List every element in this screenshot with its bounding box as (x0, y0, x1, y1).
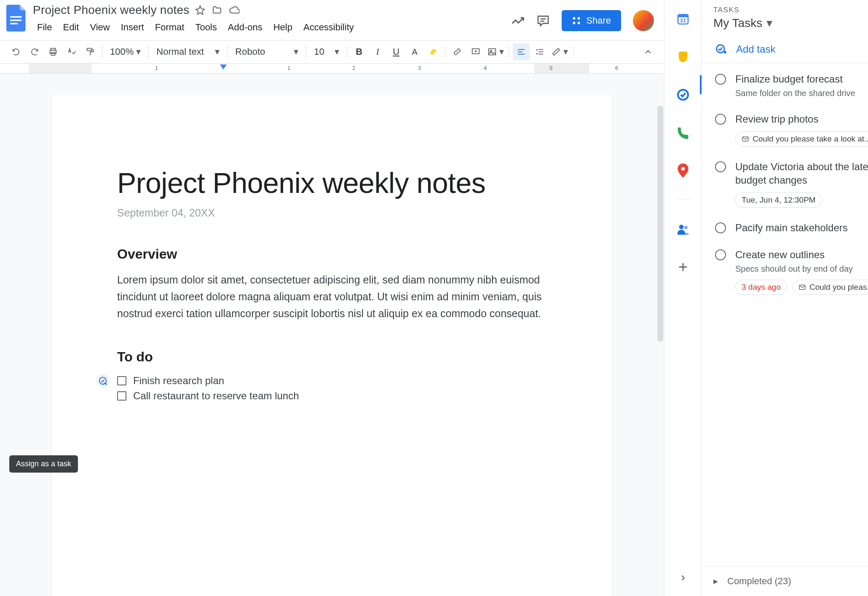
menu-help[interactable]: Help (269, 19, 297, 35)
voice-icon[interactable] (674, 124, 692, 142)
document-title[interactable]: Project Phoenix weekly notes (33, 3, 189, 17)
task-item[interactable]: Pacify main stakeholders (713, 215, 868, 242)
task-detail: Same folder on the shared drive (735, 88, 868, 99)
undo-icon[interactable] (8, 43, 24, 60)
calendar-icon[interactable]: 31 (674, 10, 692, 28)
menu-addons[interactable]: Add-ons (224, 19, 267, 35)
insert-comment-icon[interactable] (467, 43, 484, 60)
cloud-saved-icon[interactable] (229, 5, 240, 15)
tasks-icon[interactable] (674, 86, 692, 104)
line-spacing-icon[interactable] (531, 43, 548, 60)
align-left-icon[interactable] (513, 43, 530, 60)
completed-section-toggle[interactable]: ▸ Completed (23) (702, 566, 868, 596)
menu-format[interactable]: Format (151, 19, 189, 35)
date-chip[interactable]: Tue, Jun 4, 12:30PM (735, 192, 822, 208)
redo-icon[interactable] (26, 43, 43, 60)
maps-icon[interactable] (674, 162, 692, 179)
paint-format-icon[interactable] (82, 43, 99, 60)
horizontal-ruler[interactable]: 1 1 2 3 4 5 6 (0, 64, 664, 74)
todo-text: Call restaurant to reserve team lunch (133, 390, 299, 402)
keep-icon[interactable] (674, 48, 692, 66)
chevron-right-icon: ▸ (713, 576, 718, 587)
editor-area: 1 1 2 3 4 5 6 Project Phoenix weekly not… (0, 64, 664, 596)
collapse-toolbar-icon[interactable] (640, 43, 656, 60)
expand-rail-icon[interactable] (678, 573, 688, 583)
svg-text:31: 31 (680, 17, 686, 24)
docs-logo-icon[interactable] (4, 3, 29, 33)
indent-marker[interactable] (220, 64, 227, 69)
todo-item[interactable]: Finish research plan (117, 373, 547, 388)
highlight-icon[interactable] (425, 43, 442, 60)
menu-edit[interactable]: Edit (59, 19, 83, 35)
task-title: Create new outlines (735, 248, 868, 262)
task-item[interactable]: Finalize budget forecast Same folder on … (713, 67, 868, 107)
doc-overview-heading[interactable]: Overview (117, 246, 547, 262)
complete-task-circle[interactable] (715, 114, 726, 125)
star-icon[interactable] (195, 5, 205, 15)
complete-task-circle[interactable] (715, 74, 726, 85)
checkbox-icon[interactable] (117, 391, 126, 401)
svg-rect-7 (578, 17, 580, 20)
paragraph-style-dropdown[interactable]: Normal text▾ (152, 43, 224, 60)
task-item[interactable]: Review trip photos Could you please take… (713, 107, 868, 154)
docs-main: Project Phoenix weekly notes File Edit V… (0, 0, 664, 596)
todo-item[interactable]: Call restaurant to reserve team lunch (117, 388, 547, 404)
svg-line-25 (105, 383, 107, 385)
tasks-list-dropdown[interactable]: My Tasks ▾ (713, 16, 868, 30)
editing-mode-dropdown[interactable]: ▾ (550, 43, 570, 60)
add-task-button[interactable]: Add task (715, 43, 775, 55)
insert-image-dropdown[interactable]: ▾ (486, 43, 506, 60)
checkbox-icon[interactable] (117, 376, 126, 385)
doc-todo-heading[interactable]: To do (117, 349, 547, 365)
activity-dashboard-icon[interactable] (511, 14, 525, 27)
print-icon[interactable] (45, 43, 62, 60)
menu-file[interactable]: File (33, 19, 56, 35)
document-page[interactable]: Project Phoenix weekly notes September 0… (52, 95, 612, 596)
complete-task-circle[interactable] (715, 161, 726, 172)
share-button[interactable]: Share (562, 10, 621, 31)
vertical-scrollbar[interactable] (657, 106, 663, 342)
menu-insert[interactable]: Insert (117, 19, 148, 35)
svg-rect-8 (578, 22, 580, 24)
zoom-dropdown[interactable]: 100%▾ (106, 43, 145, 60)
contacts-icon[interactable] (674, 220, 692, 238)
menu-view[interactable]: View (86, 19, 114, 35)
task-title: Finalize budget forecast (735, 72, 868, 86)
account-avatar[interactable] (633, 10, 654, 31)
svg-rect-1 (10, 19, 21, 21)
overdue-chip[interactable]: 3 days ago (735, 280, 787, 295)
insert-link-icon[interactable] (449, 43, 466, 60)
add-addon-icon[interactable] (674, 258, 692, 276)
font-size-dropdown[interactable]: 10▾ (310, 43, 343, 60)
svg-rect-2 (10, 23, 18, 24)
font-dropdown[interactable]: Roboto▾ (231, 43, 303, 60)
assign-task-icon[interactable] (96, 374, 110, 388)
spellcheck-icon[interactable] (63, 43, 80, 60)
svg-rect-27 (678, 14, 688, 17)
task-item[interactable]: Update Victoria about the latest budget … (713, 154, 868, 215)
underline-icon[interactable]: U (388, 43, 405, 60)
text-color-icon[interactable]: A (406, 43, 423, 60)
menu-tools[interactable]: Tools (191, 19, 221, 35)
complete-task-circle[interactable] (715, 249, 726, 260)
svg-rect-16 (489, 49, 496, 55)
doc-overview-body[interactable]: Lorem ipsum dolor sit amet, consectetuer… (117, 271, 547, 322)
italic-icon[interactable]: I (369, 43, 386, 60)
task-title: Review trip photos (735, 112, 868, 126)
svg-rect-12 (87, 48, 92, 51)
comments-icon[interactable] (536, 14, 550, 27)
menu-bar: File Edit View Insert Format Tools Add-o… (33, 19, 511, 35)
doc-heading-1[interactable]: Project Phoenix weekly notes (117, 166, 547, 199)
task-item[interactable]: Create new outlines Specs should out by … (713, 242, 868, 302)
folder-move-icon[interactable] (212, 5, 222, 15)
email-chip[interactable]: Could you pleas... (792, 280, 868, 295)
email-chip[interactable]: Could you please take a look at... (735, 131, 868, 147)
tasks-panel: TASKS My Tasks ▾ Add task ⋮ Finalize bud… (701, 0, 868, 596)
share-label: Share (586, 15, 611, 26)
doc-date[interactable]: September 04, 20XX (117, 207, 547, 219)
bold-icon[interactable]: B (351, 43, 367, 60)
complete-task-circle[interactable] (715, 222, 726, 233)
svg-point-31 (679, 225, 683, 229)
svg-point-32 (684, 226, 687, 229)
menu-accessibility[interactable]: Accessibility (299, 19, 358, 35)
